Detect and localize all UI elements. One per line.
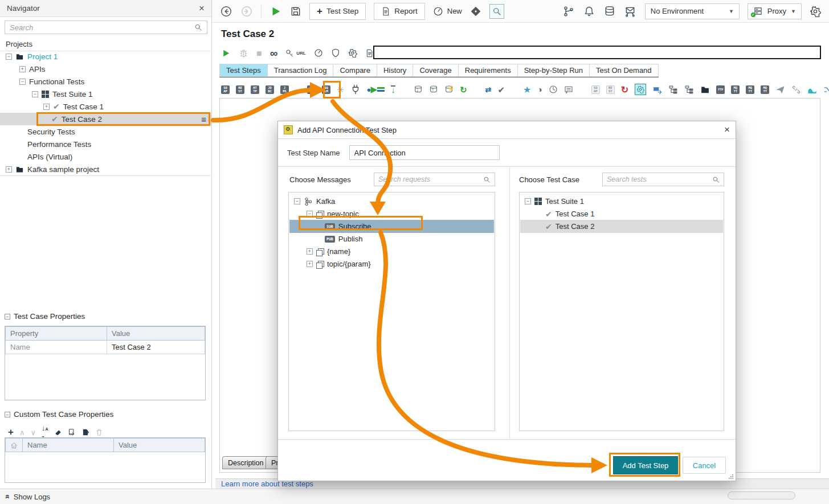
property-value-cell[interactable]: Test Case 2 xyxy=(107,341,205,354)
tree-item-topic-param[interactable]: + topic/{param} xyxy=(289,258,494,270)
message-send-step-icon[interactable] xyxy=(652,85,662,95)
api-discovery-button[interactable] xyxy=(489,4,504,19)
assertion-step-icon[interactable]: ✔ xyxy=(497,85,505,94)
tree-view-step-icon[interactable] xyxy=(668,85,678,95)
jdbc-step-icon[interactable]: JD BC xyxy=(266,85,274,94)
clear-properties-icon[interactable] xyxy=(54,428,62,436)
navigator-close-icon[interactable]: × xyxy=(199,3,205,14)
tree-item-new-topic[interactable]: − new-topic xyxy=(289,208,494,220)
bottom-tab-description[interactable]: Description xyxy=(222,456,269,469)
show-logs-button[interactable]: Show Logs xyxy=(14,493,50,501)
mqtt-receive-step-icon[interactable]: MQ TT xyxy=(761,85,769,94)
add-test-step-button[interactable]: Add Test Step xyxy=(613,456,678,474)
navigator-search[interactable] xyxy=(5,21,207,34)
back-button[interactable] xyxy=(220,5,232,18)
save-button[interactable] xyxy=(290,6,301,17)
script-circle-step-icon[interactable]: ◑ xyxy=(537,85,542,94)
collapse-expander[interactable]: − xyxy=(525,198,531,204)
nav-item-test-case-1[interactable]: + ✔ Test Case 1 xyxy=(0,100,212,113)
horizontal-scrollbar[interactable] xyxy=(728,491,795,499)
new-button[interactable]: New xyxy=(433,6,462,17)
table-row[interactable]: Name Test Case 2 xyxy=(6,341,205,354)
groovy-star-step-icon[interactable]: ★ xyxy=(523,85,531,94)
notifications-bell-icon[interactable] xyxy=(583,6,595,17)
graphql-query-step-icon[interactable]: GQ L xyxy=(307,85,316,94)
test-case-description-input[interactable] xyxy=(373,46,821,59)
nav-item-test-suite-1[interactable]: − Test Suite 1 xyxy=(0,88,212,100)
delete-property-icon[interactable] xyxy=(95,428,103,436)
move-up-button[interactable]: ∧ xyxy=(19,428,25,437)
mock-refresh-step-icon[interactable]: ↻ xyxy=(621,85,628,94)
add-property-button[interactable]: + xyxy=(8,427,14,438)
rest-step-icon[interactable]: RE ST xyxy=(236,85,244,94)
proxy-button[interactable]: ✔ Proxy ▼ xyxy=(748,3,802,19)
broken-link-step-icon[interactable] xyxy=(791,85,801,95)
dialog-resize-grip[interactable] xyxy=(729,474,733,479)
report-button[interactable]: Report xyxy=(374,3,425,20)
expand-expander[interactable]: + xyxy=(43,104,50,110)
transfer-step-icon[interactable]: ⇄ xyxy=(485,85,492,94)
mqtt-publish-step-icon[interactable]: MQ TT xyxy=(731,85,740,94)
tree-item-name-node[interactable]: + {name} xyxy=(289,245,494,257)
shuffle-step-icon[interactable] xyxy=(823,85,829,95)
dialog-close-icon[interactable]: × xyxy=(724,124,730,136)
wave-step-icon[interactable] xyxy=(807,85,817,95)
collapse-expander[interactable]: − xyxy=(32,91,38,97)
tests-search[interactable] xyxy=(602,173,724,186)
expand-expander[interactable]: + xyxy=(307,248,313,255)
git-branch-icon[interactable] xyxy=(563,6,574,17)
collapse-expander[interactable]: − xyxy=(294,198,300,204)
api-connection-plug-icon[interactable] xyxy=(350,84,361,95)
run-test-case-step-icon[interactable]: ●▶ xyxy=(367,85,371,94)
move-down-button[interactable]: ∨ xyxy=(30,428,36,437)
doc-icon[interactable] xyxy=(365,49,374,58)
options-gear-icon[interactable] xyxy=(348,48,357,58)
nav-item-apis[interactable]: + APIs xyxy=(0,63,212,75)
nav-item-performance-tests[interactable]: Performance Tests xyxy=(0,138,212,150)
tab-compare[interactable]: Compare xyxy=(333,64,376,77)
tab-history[interactable]: History xyxy=(377,64,413,77)
secure-diamond-icon[interactable] xyxy=(470,6,481,17)
tree-list-step-icon[interactable] xyxy=(684,85,694,95)
tree-item-test-case-1[interactable]: ✔ Test Case 1 xyxy=(520,208,723,220)
grpc-step-icon[interactable]: ✳ xyxy=(337,85,344,94)
security-shield-icon[interactable] xyxy=(331,48,340,58)
collapse-expander[interactable]: − xyxy=(19,79,26,85)
expand-expander[interactable]: + xyxy=(307,261,313,267)
nav-item-project1[interactable]: − Project 1 xyxy=(0,50,212,63)
set-endpoint-button[interactable]: URL xyxy=(285,49,305,58)
tab-coverage[interactable]: Coverage xyxy=(413,64,458,77)
environment-select[interactable]: No Environment ▼ xyxy=(645,3,740,19)
tree-item-test-case-2[interactable]: ✔ Test Case 2 xyxy=(520,220,723,233)
tab-test-steps[interactable]: Test Steps xyxy=(219,64,267,77)
tab-step-by-step-run[interactable]: Step-by-Step Run xyxy=(517,64,589,77)
graphql-mutation-step-icon[interactable]: GQ LM xyxy=(322,85,330,94)
navigator-search-input[interactable] xyxy=(10,23,194,32)
datasource-step-icon[interactable]: ↓ xyxy=(414,85,423,95)
tab-test-on-demand[interactable]: Test On Demand xyxy=(589,64,659,77)
import-properties-icon[interactable] xyxy=(68,428,76,436)
manual-step-comment-icon[interactable] xyxy=(564,85,573,94)
collapse-expander[interactable]: − xyxy=(307,211,313,217)
loop-icon[interactable]: ∞ xyxy=(270,49,278,58)
tab-transaction-log[interactable]: Transaction Log xyxy=(267,64,333,77)
expand-expander[interactable]: + xyxy=(19,66,26,72)
cancel-button[interactable]: Cancel xyxy=(683,457,726,474)
collapse-expander[interactable]: − xyxy=(6,54,12,60)
nav-item-kafka-sample-project[interactable]: + Kafka sample project xyxy=(0,163,212,176)
nav-item-apis-virtual[interactable]: APIs (Virtual) xyxy=(0,150,212,163)
dialog-title-bar[interactable]: Add API Connection Test Step × xyxy=(278,121,736,139)
tree-item-test-suite-1[interactable]: − Test Suite 1 xyxy=(520,195,723,207)
tree-item-kafka[interactable]: − Kafka xyxy=(289,195,494,207)
performance-gauge-icon[interactable] xyxy=(314,48,323,58)
paper-plane-step-icon[interactable] xyxy=(775,85,785,95)
data-generator-step-icon[interactable]: ⚡ xyxy=(444,85,454,95)
mqtt-subscribe-step-icon[interactable]: MQ TT xyxy=(746,85,754,94)
hamburger-menu-icon[interactable]: ≡ xyxy=(201,114,206,124)
test-step-name-input[interactable] xyxy=(349,145,500,160)
add-test-step-toolbar-button[interactable]: + Test Step xyxy=(309,3,366,20)
virtualization-mail-icon[interactable] xyxy=(624,6,636,17)
forward-button[interactable] xyxy=(240,5,253,18)
export-properties-icon[interactable] xyxy=(81,428,89,436)
soap-step-icon[interactable]: SO AP xyxy=(221,85,230,94)
